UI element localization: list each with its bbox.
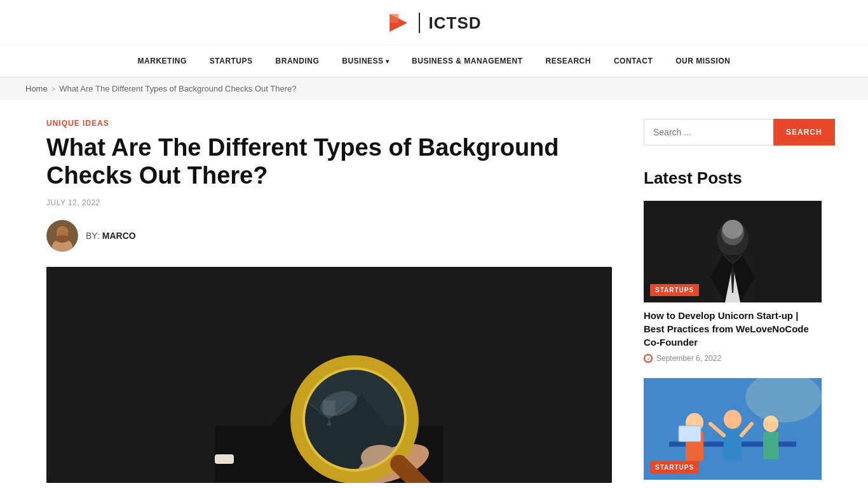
- main-navigation: MARKETING STARTUPS BRANDING BUSINESS BUS…: [0, 45, 868, 78]
- clock-icon-1: [644, 354, 653, 363]
- nav-item-startups[interactable]: STARTUPS: [198, 45, 264, 77]
- logo-play-icon: [387, 11, 410, 34]
- svg-rect-41: [679, 426, 701, 442]
- nav-item-our-mission[interactable]: OUR MISSION: [664, 45, 742, 77]
- author-avatar: [46, 220, 78, 252]
- svg-point-35: [724, 410, 742, 429]
- breadcrumb-separator: >: [51, 85, 55, 93]
- post-thumbnail-2: STARTUPS: [644, 378, 822, 480]
- main-content: UNIQUE IDEAS What Are The Different Type…: [46, 119, 612, 488]
- author-row: BY: MARCO: [46, 220, 612, 252]
- article-category: UNIQUE IDEAS: [46, 119, 612, 128]
- post-card: STARTUPS How to Develop Unicorn Start-up…: [644, 201, 822, 363]
- site-header: ICTSD: [0, 0, 868, 45]
- svg-rect-36: [724, 429, 742, 461]
- author-name[interactable]: MARCO: [102, 231, 136, 241]
- breadcrumb-current: What Are The Different Types of Backgrou…: [59, 84, 296, 93]
- author-avatar-image: [46, 220, 78, 252]
- logo-divider: [419, 13, 420, 33]
- post-date-1: September 6, 2022: [656, 354, 721, 363]
- article-date: JULY 12, 2022: [46, 198, 612, 207]
- nav-item-research[interactable]: RESEARCH: [534, 45, 602, 77]
- page-wrapper: UNIQUE IDEAS What Are The Different Type…: [21, 100, 847, 488]
- nav-item-marketing[interactable]: MARKETING: [126, 45, 198, 77]
- post-card-title-1[interactable]: How to Develop Unicorn Start-up | Best P…: [644, 309, 822, 349]
- svg-marker-1: [390, 14, 398, 23]
- author-prefix: BY:: [86, 231, 100, 241]
- sidebar: SEARCH Latest Posts: [644, 119, 822, 488]
- svg-point-28: [722, 220, 743, 239]
- search-widget: SEARCH: [644, 119, 822, 146]
- hero-illustration: [46, 267, 612, 483]
- breadcrumb: Home > What Are The Different Types of B…: [0, 78, 868, 100]
- post-card-meta-1: September 6, 2022: [644, 354, 822, 363]
- search-button[interactable]: SEARCH: [773, 119, 835, 146]
- svg-point-7: [55, 235, 69, 243]
- post-badge-2: STARTUPS: [650, 461, 699, 473]
- post-thumbnail-1: STARTUPS: [644, 201, 822, 302]
- nav-item-contact[interactable]: CONTACT: [602, 45, 664, 77]
- post-card-2: STARTUPS Latest Startups Article Title H…: [644, 378, 822, 488]
- breadcrumb-home[interactable]: Home: [25, 84, 48, 93]
- author-info: BY: MARCO: [86, 230, 136, 241]
- nav-item-branding[interactable]: BRANDING: [264, 45, 331, 77]
- post-badge-1: STARTUPS: [650, 284, 699, 296]
- svg-point-18: [304, 369, 405, 470]
- site-logo[interactable]: ICTSD: [387, 11, 482, 34]
- svg-rect-38: [763, 432, 778, 459]
- nav-item-business-management[interactable]: BUSINESS & MANAGEMENT: [400, 45, 534, 77]
- svg-rect-21: [215, 454, 234, 464]
- latest-posts-title: Latest Posts: [644, 168, 822, 188]
- logo-text: ICTSD: [429, 13, 482, 33]
- article-title: What Are The Different Types of Backgrou…: [46, 134, 612, 189]
- article-hero-image: [46, 267, 612, 483]
- search-input[interactable]: [644, 119, 773, 146]
- nav-item-business[interactable]: BUSINESS: [330, 45, 400, 77]
